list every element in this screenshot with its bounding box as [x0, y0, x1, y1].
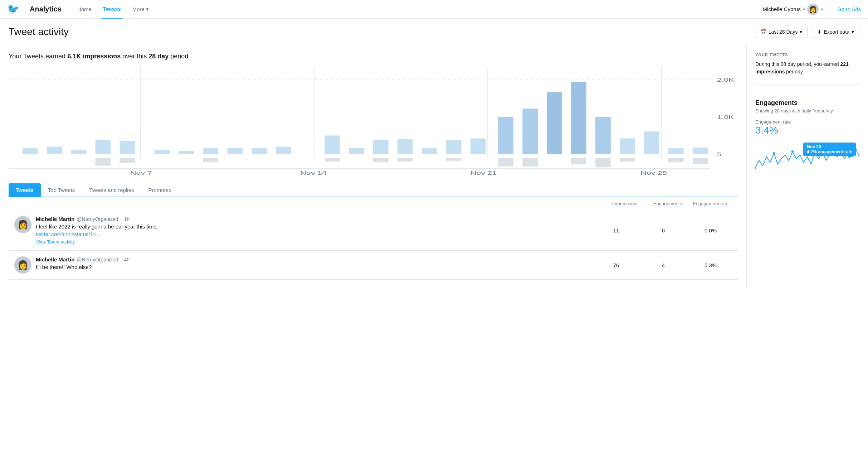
engagements-section: Engagements Showing 28 days with daily f…: [755, 92, 859, 182]
svg-text:Nov 28: Nov 28: [640, 170, 667, 175]
svg-rect-12: [155, 150, 170, 154]
export-data-button[interactable]: ⬇ Export data ▾: [812, 26, 859, 38]
svg-rect-31: [644, 131, 659, 154]
svg-rect-35: [120, 158, 135, 163]
tweet-text-1: I'll be there!! Who else?: [36, 264, 590, 270]
svg-text:2.0K: 2.0K: [717, 77, 734, 83]
svg-point-57: [773, 152, 775, 154]
nav-home[interactable]: Home: [76, 0, 93, 19]
svg-rect-38: [373, 158, 389, 163]
svg-text:5: 5: [717, 152, 722, 157]
svg-rect-36: [203, 158, 218, 163]
svg-text:Nov 21: Nov 21: [470, 170, 497, 175]
svg-rect-8: [47, 147, 62, 154]
svg-rect-34: [96, 158, 111, 166]
svg-rect-40: [446, 158, 462, 161]
navbar: 🐦 Analytics Home Tweets More ▾ Michelle …: [0, 0, 868, 19]
export-caret-icon: ▾: [852, 29, 854, 35]
sparkline-chart: Nov 30 4.2% engagement rate: [755, 139, 859, 182]
svg-rect-20: [373, 140, 389, 154]
tweet-name-0: Michelle Martin: [36, 216, 74, 222]
svg-rect-41: [498, 158, 513, 167]
svg-rect-27: [547, 92, 562, 154]
svg-rect-16: [252, 148, 267, 154]
chevron-down-icon: ▾: [146, 6, 149, 13]
svg-rect-25: [498, 117, 513, 154]
svg-rect-39: [398, 158, 413, 162]
tab-top-tweets[interactable]: Top Tweets: [41, 183, 82, 197]
right-panel: YOUR TWEETS During this 28 day period, y…: [746, 44, 868, 288]
tweet-impressions-0: 11: [595, 227, 638, 233]
svg-rect-9: [71, 150, 87, 154]
svg-rect-19: [349, 148, 364, 154]
svg-rect-42: [522, 158, 538, 167]
svg-rect-22: [422, 148, 437, 154]
your-tweets-label: YOUR TWEETS: [755, 53, 859, 57]
tweet-engagements-1: 4: [642, 262, 685, 268]
impressions-label: impressions: [81, 53, 121, 60]
impressions-chart: 2.0K 1.0K 5 Nov 7 Nov 14 Nov 21 Nov 28: [9, 67, 738, 175]
avatar-caret-icon: ▾: [821, 7, 823, 12]
last28-button[interactable]: 📅 Last 28 Days ▾: [755, 26, 808, 38]
tooltip-value: 4.2% engagement rate: [807, 149, 852, 154]
svg-rect-46: [668, 158, 684, 163]
engagement-rate-label: Engagement rate: [755, 119, 859, 125]
last28-caret-icon: ▾: [800, 29, 802, 35]
svg-text:1.0K: 1.0K: [717, 115, 734, 120]
goto-ads-link[interactable]: Go to Ads: [837, 6, 861, 12]
svg-rect-43: [571, 158, 586, 164]
tab-tweets-and-replies[interactable]: Tweets and replies: [82, 183, 141, 197]
view-tweet-activity-0[interactable]: View Tweet activity: [36, 239, 75, 245]
tab-tweets[interactable]: Tweets: [9, 183, 41, 197]
left-panel: Your Tweets earned 6.1K impressions over…: [0, 44, 746, 288]
your-tweets-desc: During this 28 day period, you earned 22…: [755, 61, 859, 76]
tweet-name-1: Michelle Martin: [36, 256, 74, 263]
download-icon: ⬇: [817, 29, 821, 35]
svg-rect-13: [179, 151, 194, 154]
col-engagement-rate-header[interactable]: Engagement rate: [689, 201, 732, 206]
tweet-author-0: Michelle Martin @NerdyOrganized · 1h: [36, 216, 590, 222]
svg-text:Nov 7: Nov 7: [130, 170, 152, 175]
svg-point-58: [791, 150, 794, 153]
main-content: Your Tweets earned 6.1K impressions over…: [0, 44, 868, 288]
tweet-handle-0: @NerdyOrganized: [77, 216, 118, 222]
svg-rect-23: [446, 140, 462, 154]
tab-promoted[interactable]: Promoted: [141, 183, 179, 197]
impressions-summary: Your Tweets earned 6.1K impressions over…: [9, 53, 738, 60]
svg-rect-44: [595, 158, 611, 167]
nav-tweets[interactable]: Tweets: [102, 0, 122, 19]
tweet-impressions-1: 76: [595, 262, 638, 268]
tweet-time-sep-1: ·: [121, 257, 122, 263]
tweet-engagements-0: 0: [642, 227, 685, 233]
sparkline-tooltip: Nov 30 4.2% engagement rate: [803, 143, 856, 156]
svg-rect-37: [325, 158, 340, 162]
divider: [755, 84, 859, 85]
svg-rect-14: [203, 148, 218, 154]
user-caret-icon: ▾: [803, 7, 805, 12]
twitter-logo-icon: 🐦: [7, 3, 20, 15]
tweet-row: 👩 Michelle Martin @NerdyOrganized · 4h I…: [9, 251, 738, 280]
user-menu[interactable]: Michelle Cyprus ▾ 👩 ▾: [762, 4, 823, 15]
svg-rect-29: [595, 117, 611, 154]
engagements-title: Engagements: [755, 99, 859, 107]
svg-rect-26: [522, 109, 538, 154]
tooltip-date: Nov 30: [807, 144, 852, 149]
table-header: Impressions Engagements Engagement rate: [9, 197, 738, 210]
svg-rect-30: [620, 138, 635, 154]
impressions-value: 6.1K: [67, 53, 81, 60]
engagements-subtitle: Showing 28 days with daily frequency: [755, 108, 859, 114]
svg-rect-11: [120, 141, 135, 154]
nav-more[interactable]: More ▾: [131, 0, 150, 19]
col-impressions-header[interactable]: Impressions: [603, 201, 646, 206]
svg-point-56: [755, 167, 756, 169]
svg-rect-10: [96, 140, 111, 154]
svg-point-63: [858, 154, 859, 156]
tweet-time-val-1: 4h: [124, 257, 130, 263]
svg-rect-45: [620, 158, 635, 162]
col-engagements-header[interactable]: Engagements: [646, 201, 689, 206]
svg-rect-17: [276, 147, 291, 154]
svg-rect-28: [571, 82, 586, 154]
tweet-time-val-0: 1h: [124, 216, 130, 222]
tweet-link-0[interactable]: twitter.com/cnni/status/14...: [36, 231, 101, 237]
tweet-time-0: ·: [121, 216, 122, 222]
